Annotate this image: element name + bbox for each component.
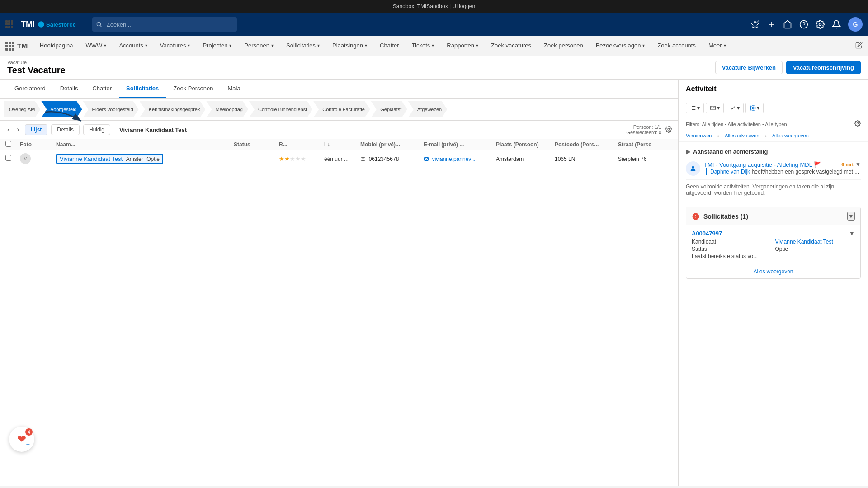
tab-zoek-vacatures[interactable]: Zoek vacatures [486,36,537,56]
tab-zoek-personen[interactable]: Zoek personen [538,36,589,56]
col-naam-header[interactable]: Naam... [56,141,234,148]
stage-path: Overleg AM Voorgesteld Elders voorgestel… [4,101,674,117]
soll-status-value: Optie [775,246,855,252]
activity-expand-button[interactable]: ▼ [855,161,861,168]
tab-meer[interactable]: Meer▾ [703,36,731,56]
tab-www[interactable]: WWW▾ [80,36,112,56]
table-gear-button[interactable] [665,126,672,134]
tab-plaatsingen[interactable]: Plaatsingen▾ [327,36,373,56]
filter-gear-button[interactable] [854,120,861,128]
vacatureomschrijving-button[interactable]: Vacatureomschrijving [786,61,861,74]
bell-icon[interactable] [832,20,841,29]
vernieuwen-link[interactable]: Vernieuwen [686,133,712,140]
email-button[interactable]: ▾ [706,103,724,113]
alles-uitvouwen-link[interactable]: Alles uitvouwen [725,133,759,140]
col-postcode-header[interactable]: Postcode (Pers... [555,141,618,148]
col-mobiel-header[interactable]: Mobiel (privé)... [360,141,424,148]
vacature-bijwerken-button[interactable]: Vacature Bijwerken [715,61,783,74]
task-button[interactable]: ▾ [726,103,744,113]
plus-icon[interactable] [767,20,776,29]
avatar[interactable]: G [848,17,863,32]
col-foto-header[interactable]: Foto [20,141,56,148]
tab-gerelateerd[interactable]: Gerelateerd [7,80,53,98]
logout-link[interactable]: Uitloggen [452,3,475,9]
tab-zoek-accounts[interactable]: Zoek accounts [652,36,701,56]
alles-weergeven-link[interactable]: Alles weergeven [753,268,793,275]
grid-icon[interactable] [5,20,14,28]
tmi-label: TMI [21,20,35,29]
activity-toolbar: ▾ ▾ ▾ ▾ [679,99,868,117]
sollicitatie-id-link[interactable]: A00047997 [692,230,722,237]
tab-rapporten[interactable]: Rapporten▾ [441,36,484,56]
alles-weergeven-activity-link[interactable]: Alles weergeven [772,133,809,140]
stage-overleg-am[interactable]: Overleg AM [4,101,40,117]
stage-meeloopdag[interactable]: Meeloopdag [206,101,248,117]
chevron-down-icon: ▾ [697,105,700,111]
view-huidig-button[interactable]: Huidig [83,124,110,135]
col-straat-header[interactable]: Straat (Persc [618,141,672,148]
row-checkbox-cell[interactable] [5,155,20,162]
stage-controle-facturatie[interactable]: Controle Facturatie [313,101,370,117]
tab-chatter-record[interactable]: Chatter [85,80,119,98]
search-input[interactable] [92,17,237,32]
tab-hoofdpagina[interactable]: Hoofdpagina [34,36,79,56]
select-all-checkbox[interactable] [5,141,11,147]
upcoming-section-header[interactable]: ▶ Aanstaand en achterstallig [686,145,861,158]
email-link[interactable]: vivianne.pannevi... [432,156,477,162]
gear-icon[interactable] [816,20,825,29]
row-select-checkbox[interactable] [5,155,11,161]
home-icon[interactable] [783,20,792,29]
tab-sollicitaties-record[interactable]: Sollicitaties [119,80,166,98]
tab-vacatures[interactable]: Vacatures▾ [155,36,196,56]
stage-voorgesteld[interactable]: Voorgesteld [41,101,82,117]
stage-afgewezen[interactable]: Afgewezen [408,101,447,117]
kandidaat-link[interactable]: Vivianne Kandidaat Test [60,155,123,162]
left-panel: Gerelateerd Details Chatter Sollicitatie… [0,80,678,486]
tab-accounts[interactable]: Accounts▾ [113,36,152,56]
col-rating-header[interactable]: R... [279,141,324,148]
stage-path-wrapper: Overleg AM Voorgesteld Elders voorgestel… [0,99,678,121]
activity-title[interactable]: TMI - Voortgang acquisitie - Afdeling MD… [704,161,812,168]
chevron-down-icon: ▾ [145,43,147,48]
svg-point-21 [752,107,754,109]
tab-tickets[interactable]: Tickets▾ [406,36,440,56]
stage-controle-binnendienst[interactable]: Controle Binnendienst [249,101,312,117]
soll-item-expand-button[interactable]: ▼ [849,230,855,237]
chevron-down-gear-icon: ▾ [757,105,760,111]
view-list-button[interactable]: Lijst [25,124,48,135]
tab-projecten[interactable]: Projecten▾ [197,36,237,56]
col-check-header[interactable] [5,141,20,148]
tab-chatter[interactable]: Chatter [374,36,405,56]
nav-next-button[interactable]: › [15,126,21,134]
sollicitaties-expand-button[interactable]: ▼ [847,212,855,221]
col-i-header[interactable]: I ↓ [324,141,360,148]
tab-sollicitaties[interactable]: Sollicitaties▾ [281,36,325,56]
nav-prev-button[interactable]: ‹ [5,126,11,134]
help-icon[interactable] [799,20,808,29]
soll-laatste-value [775,253,855,259]
stage-kennismakingsgesprek[interactable]: Kennismakingsgesprek [140,101,206,117]
view-details-button[interactable]: Details [51,124,80,135]
record-tabs: Gerelateerd Details Chatter Sollicitatie… [0,80,678,99]
stage-elders-voorgesteld[interactable]: Elders voorgesteld [83,101,139,117]
app-grid-icon[interactable] [5,42,14,51]
flag-icon: 🚩 [814,161,821,168]
soll-kandidaat-link[interactable]: Vivianne Kandidaat Test [775,239,855,245]
activity-author-link[interactable]: Daphne van Dijk [710,169,750,175]
tab-zoek-personen-record[interactable]: Zoek Personen [166,80,220,98]
col-email-header[interactable]: E-mail (privé) ... [424,141,496,148]
col-status-header[interactable]: Status [234,141,279,148]
tab-personen[interactable]: Personen▾ [239,36,279,56]
sollicitaties-section: Sollicitaties (1) ▼ A00047997 ▼ Kandidaa… [686,207,861,279]
tab-details[interactable]: Details [53,80,85,98]
star-icon[interactable] [750,20,760,29]
edit-page-icon[interactable] [855,42,863,50]
tab-maia[interactable]: Maia [220,80,247,98]
col-plaats-header[interactable]: Plaats (Persoon) [496,141,555,148]
tab-bezoekverslagen[interactable]: Bezoekverslagen▾ [590,36,651,56]
activity-gear-button[interactable]: ▾ [745,103,764,113]
search-bar[interactable] [92,17,237,32]
activity-list-button[interactable]: ▾ [686,103,704,113]
heart-widget[interactable]: ❤ 4 + [9,427,34,452]
stage-geplaatst[interactable]: Geplaatst [371,101,407,117]
